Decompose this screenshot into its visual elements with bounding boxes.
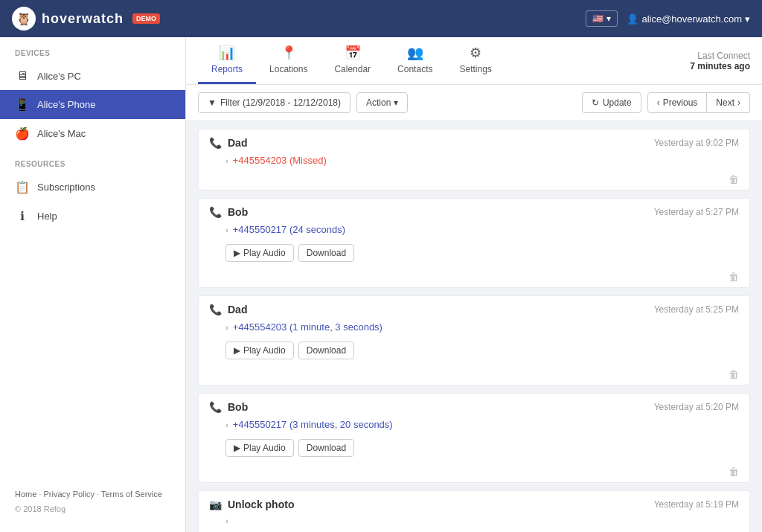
user-email: alice@hoverwatch.com (641, 13, 742, 25)
download-button[interactable]: Download (298, 439, 354, 457)
delete-icon[interactable]: 🗑 (729, 466, 739, 478)
delete-icon[interactable]: 🗑 (729, 271, 739, 283)
next-chevron-icon: › (737, 97, 740, 108)
tab-locations[interactable]: 📍 Locations (256, 37, 321, 84)
contact-name: Dad (228, 304, 247, 315)
record-timestamp: Yesterday at 5:27 PM (654, 207, 739, 217)
call-icon: 📞 (209, 401, 222, 413)
update-button[interactable]: ↻ Update (582, 92, 641, 113)
play-audio-button[interactable]: ▶ Play Audio (225, 244, 294, 262)
main-content: 📊 Reports 📍 Locations 📅 Calendar 👥 Conta… (186, 37, 762, 532)
records-list: 📞 Dad Yesterday at 9:02 PM › +445554203 … (186, 121, 762, 532)
play-label: Play Audio (243, 345, 286, 356)
expand-icon[interactable]: › (225, 323, 228, 332)
record-dad-1m3s: 📞 Dad Yesterday at 5:25 PM › +445554203 … (198, 295, 750, 385)
tab-bar: 📊 Reports 📍 Locations 📅 Calendar 👥 Conta… (186, 37, 762, 85)
record-header: 📞 Dad Yesterday at 9:02 PM (199, 129, 749, 152)
footer-tos-link[interactable]: Terms of Service (101, 490, 162, 499)
contact-name: Dad (228, 137, 247, 149)
sidebar-content: DEVICES 🖥 Alice's PC 📱 Alice's Phone 🍎 A… (0, 37, 185, 231)
language-selector[interactable]: 🇺🇸 ▾ (586, 10, 618, 27)
contact-name: Bob (228, 401, 248, 413)
play-label: Play Audio (243, 248, 286, 258)
tab-reports[interactable]: 📊 Reports (198, 37, 256, 84)
action-button[interactable]: Action ▾ (356, 92, 408, 113)
call-icon: 📞 (209, 304, 222, 315)
download-label: Download (307, 345, 346, 356)
download-button[interactable]: Download (298, 342, 354, 359)
help-icon: ℹ (15, 209, 30, 223)
sidebar-item-alices-mac[interactable]: 🍎 Alice's Mac (0, 119, 185, 148)
previous-label: Previous (663, 97, 698, 108)
expand-icon[interactable]: › (225, 225, 228, 234)
record-footer: 🗑 (199, 464, 749, 482)
expand-icon[interactable]: › (225, 156, 228, 165)
tab-locations-label: Locations (269, 64, 307, 74)
phone-icon: 📱 (15, 97, 30, 112)
pagination-nav: ‹ Previous Next › (647, 92, 750, 113)
last-connect: Last Connect 7 minutes ago (690, 45, 750, 77)
record-header: 📞 Bob Yesterday at 5:20 PM (199, 394, 749, 416)
contact-name: Bob (228, 206, 248, 218)
record-unlock-photo: 📷 Unlock photo Yesterday at 5:19 PM › 🗑 (198, 490, 750, 532)
reports-tab-icon: 📊 (219, 45, 235, 61)
tabs: 📊 Reports 📍 Locations 📅 Calendar 👥 Conta… (198, 37, 505, 84)
user-dropdown-arrow: ▾ (745, 13, 750, 25)
action-dropdown-icon: ▾ (394, 97, 398, 108)
next-button[interactable]: Next › (707, 92, 750, 113)
camera-icon: 📷 (209, 499, 222, 510)
next-label: Next (716, 97, 734, 108)
delete-icon[interactable]: 🗑 (729, 368, 739, 380)
record-name: 📞 Bob (209, 401, 248, 413)
expand-icon[interactable]: › (225, 516, 228, 525)
tab-contacts[interactable]: 👥 Contacts (384, 37, 446, 84)
footer-home-link[interactable]: Home (15, 490, 36, 499)
user-menu-button[interactable]: 👤 alice@hoverwatch.com ▾ (627, 13, 750, 25)
delete-icon[interactable]: 🗑 (729, 173, 739, 185)
download-label: Download (307, 443, 346, 453)
update-icon: ↻ (592, 97, 599, 108)
play-icon: ▶ (234, 345, 240, 356)
expand-icon[interactable]: › (225, 420, 228, 429)
call-detail: +445554203 (Missed) (233, 155, 327, 166)
last-connect-label: Last Connect (697, 51, 750, 61)
sidebar-item-alices-pc[interactable]: 🖥 Alice's PC (0, 62, 185, 90)
tab-calendar[interactable]: 📅 Calendar (321, 37, 384, 84)
record-detail: › (199, 513, 749, 531)
logo-area: 🦉 hoverwatch DEMO (12, 7, 160, 31)
record-name: 📞 Dad (209, 137, 247, 149)
record-footer: 🗑 (199, 269, 749, 287)
tab-settings[interactable]: ⚙ Settings (446, 37, 505, 84)
play-audio-button[interactable]: ▶ Play Audio (225, 342, 294, 359)
record-footer: 🗑 (199, 172, 749, 190)
filter-button[interactable]: ▼ Filter (12/9/2018 - 12/12/2018) (198, 92, 350, 113)
sidebar-item-help[interactable]: ℹ Help (0, 202, 185, 231)
play-audio-button[interactable]: ▶ Play Audio (225, 439, 294, 457)
footer-privacy-link[interactable]: Privacy Policy (44, 490, 95, 499)
record-timestamp: Yesterday at 5:20 PM (654, 402, 739, 412)
sidebar-item-subscriptions[interactable]: 📋 Subscriptions (0, 173, 185, 202)
sidebar-label-help: Help (37, 211, 57, 222)
record-header: 📞 Bob Yesterday at 5:27 PM (199, 199, 749, 221)
tab-reports-label: Reports (211, 64, 243, 74)
settings-tab-icon: ⚙ (470, 45, 481, 61)
download-button[interactable]: Download (298, 244, 354, 262)
audio-actions: ▶ Play Audio Download (225, 244, 739, 262)
record-timestamp: Yesterday at 5:25 PM (654, 304, 739, 315)
toolbar: ▼ Filter (12/9/2018 - 12/12/2018) Action… (186, 85, 762, 121)
record-detail: › +445550217 (24 seconds) (199, 221, 749, 241)
last-connect-time: 7 minutes ago (690, 61, 750, 71)
record-name: 📷 Unlock photo (209, 499, 294, 510)
action-label: Action (366, 97, 391, 108)
contacts-tab-icon: 👥 (407, 45, 423, 61)
sidebar-item-alices-phone[interactable]: 📱 Alice's Phone (0, 90, 185, 119)
call-detail: +445554203 (1 minute, 3 seconds) (233, 321, 382, 333)
previous-button[interactable]: ‹ Previous (647, 92, 708, 113)
footer-copyright: © 2018 Refog (15, 502, 170, 517)
record-detail: › +445554203 (1 minute, 3 seconds) (199, 318, 749, 339)
header-right: 🇺🇸 ▾ 👤 alice@hoverwatch.com ▾ (586, 10, 750, 27)
tab-contacts-label: Contacts (397, 64, 432, 74)
filter-icon: ▼ (208, 97, 217, 108)
dropdown-arrow: ▾ (606, 13, 611, 24)
app-layout: DEVICES 🖥 Alice's PC 📱 Alice's Phone 🍎 A… (0, 37, 762, 532)
